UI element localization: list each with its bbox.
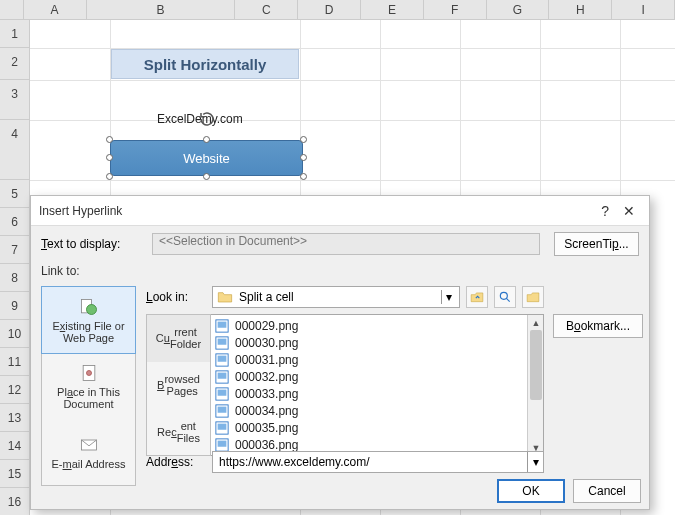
- help-button[interactable]: ?: [601, 203, 609, 219]
- link-to-label: Link to:: [41, 264, 80, 278]
- row-header[interactable]: 1: [0, 20, 30, 48]
- file-name: 000036.png: [235, 438, 298, 452]
- row-header[interactable]: 16: [0, 488, 30, 515]
- image-file-icon: [215, 404, 229, 418]
- tab-current-folder[interactable]: CurrentFolder: [147, 315, 210, 362]
- file-name: 000034.png: [235, 404, 298, 418]
- file-name: 000032.png: [235, 370, 298, 384]
- row-header[interactable]: 10: [0, 320, 30, 348]
- col-header-f[interactable]: F: [424, 0, 487, 19]
- row-header[interactable]: 14: [0, 432, 30, 460]
- list-item[interactable]: 000035.png: [215, 419, 539, 436]
- col-header-g[interactable]: G: [487, 0, 550, 19]
- image-file-icon: [215, 336, 229, 350]
- close-button[interactable]: ✕: [623, 203, 635, 219]
- image-file-icon: [215, 353, 229, 367]
- link-item-label: Existing File or Web Page: [46, 320, 131, 344]
- column-headers: A B C D E F G H I: [0, 0, 675, 20]
- bookmark-button[interactable]: Bookmark...: [553, 314, 643, 338]
- email-icon: [79, 435, 99, 455]
- row-header[interactable]: 13: [0, 404, 30, 432]
- scroll-thumb[interactable]: [530, 330, 542, 400]
- link-item-label: Place in This Document: [46, 386, 131, 410]
- resize-handle[interactable]: [203, 173, 210, 180]
- row-header[interactable]: 4: [0, 120, 30, 180]
- up-folder-button[interactable]: [466, 286, 488, 308]
- svg-rect-19: [218, 423, 227, 429]
- svg-point-1: [86, 304, 96, 314]
- col-header-h[interactable]: H: [549, 0, 612, 19]
- rotate-handle-icon[interactable]: [198, 110, 216, 128]
- look-in-dropdown[interactable]: Split a cell ▾: [212, 286, 460, 308]
- svg-point-3: [86, 370, 91, 375]
- text-to-display-label: Text to display:: [41, 237, 146, 251]
- svg-rect-9: [218, 338, 227, 344]
- row-header[interactable]: 15: [0, 460, 30, 488]
- resize-handle[interactable]: [300, 173, 307, 180]
- tab-browsed-pages[interactable]: BrowsedPages: [147, 362, 210, 409]
- chevron-down-icon[interactable]: ▾: [441, 290, 455, 304]
- list-item[interactable]: 000031.png: [215, 351, 539, 368]
- image-file-icon: [215, 387, 229, 401]
- address-input[interactable]: https://www.exceldemy.com/ ▾: [212, 451, 544, 473]
- resize-handle[interactable]: [106, 154, 113, 161]
- select-all-corner[interactable]: [0, 0, 24, 19]
- image-file-icon: [215, 319, 229, 333]
- link-to-email[interactable]: E-mail Address: [42, 419, 135, 485]
- cancel-button[interactable]: Cancel: [573, 479, 641, 503]
- chevron-down-icon[interactable]: ▾: [527, 452, 543, 472]
- col-header-a[interactable]: A: [24, 0, 87, 19]
- file-list[interactable]: 000029.png 000030.png 000031.png 000032.…: [211, 314, 544, 456]
- resize-handle[interactable]: [300, 154, 307, 161]
- address-value: https://www.exceldemy.com/: [219, 455, 370, 469]
- resize-handle[interactable]: [106, 136, 113, 143]
- svg-rect-11: [218, 355, 227, 361]
- row-header[interactable]: 2: [0, 48, 30, 80]
- file-name: 000035.png: [235, 421, 298, 435]
- file-name: 000031.png: [235, 353, 298, 367]
- file-name: 000033.png: [235, 387, 298, 401]
- col-header-b[interactable]: B: [87, 0, 236, 19]
- row-header[interactable]: 7: [0, 236, 30, 264]
- resize-handle[interactable]: [300, 136, 307, 143]
- screentip-button[interactable]: ScreenTip...: [554, 232, 639, 256]
- row-header[interactable]: 3: [0, 80, 30, 120]
- row-header[interactable]: 11: [0, 348, 30, 376]
- list-item[interactable]: 000034.png: [215, 402, 539, 419]
- link-to-existing-file[interactable]: Existing File or Web Page: [41, 286, 136, 354]
- row-header[interactable]: 9: [0, 292, 30, 320]
- svg-rect-13: [218, 372, 227, 378]
- row-header[interactable]: 6: [0, 208, 30, 236]
- globe-page-icon: [79, 297, 99, 317]
- list-item[interactable]: 000030.png: [215, 334, 539, 351]
- scroll-up-icon[interactable]: ▲: [528, 315, 544, 330]
- image-file-icon: [215, 370, 229, 384]
- row-header[interactable]: 5: [0, 180, 30, 208]
- col-header-e[interactable]: E: [361, 0, 424, 19]
- resize-handle[interactable]: [106, 173, 113, 180]
- look-in-label: Look in:: [146, 290, 206, 304]
- browse-web-button[interactable]: [494, 286, 516, 308]
- col-header-i[interactable]: I: [612, 0, 675, 19]
- cell-title[interactable]: Split Horizontally: [111, 49, 299, 79]
- row-header[interactable]: 12: [0, 376, 30, 404]
- list-item[interactable]: 000029.png: [215, 317, 539, 334]
- resize-handle[interactable]: [203, 136, 210, 143]
- insert-hyperlink-dialog: Insert Hyperlink ? ✕ Text to display: <<…: [30, 195, 650, 510]
- shape-selection[interactable]: Website: [110, 140, 303, 176]
- scrollbar[interactable]: ▲ ▼: [527, 315, 543, 455]
- tab-recent-files[interactable]: RecentFiles: [147, 408, 210, 455]
- list-item[interactable]: 000033.png: [215, 385, 539, 402]
- ok-button[interactable]: OK: [497, 479, 565, 503]
- col-header-c[interactable]: C: [235, 0, 298, 19]
- link-to-place-in-doc[interactable]: Place in This Document: [42, 353, 135, 419]
- file-name: 000029.png: [235, 319, 298, 333]
- shape-website-button[interactable]: Website: [110, 140, 303, 176]
- list-item[interactable]: 000032.png: [215, 368, 539, 385]
- row-header[interactable]: 8: [0, 264, 30, 292]
- browse-file-button[interactable]: [522, 286, 544, 308]
- image-file-icon: [215, 421, 229, 435]
- dialog-titlebar[interactable]: Insert Hyperlink ? ✕: [31, 196, 649, 226]
- dialog-title-text: Insert Hyperlink: [39, 204, 122, 218]
- col-header-d[interactable]: D: [298, 0, 361, 19]
